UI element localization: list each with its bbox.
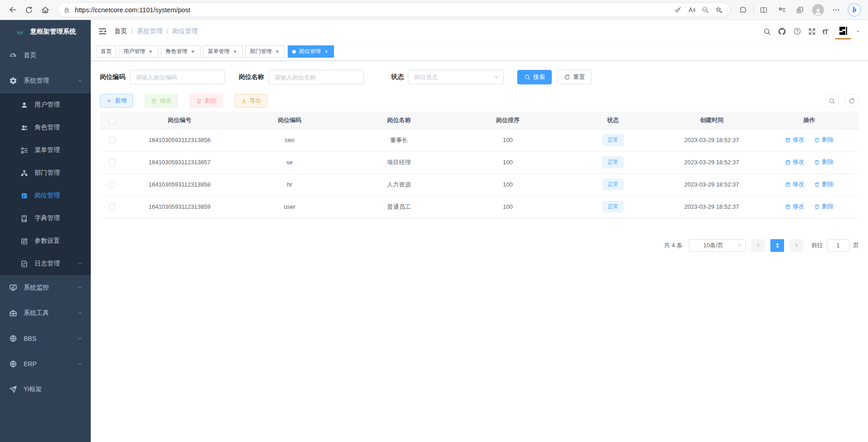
github-icon[interactable] [778, 27, 786, 36]
next-page-button[interactable] [790, 239, 803, 252]
edit-button[interactable]: 修改 [145, 94, 178, 108]
page-content: 岗位编码 岗位名称 状态 岗位状态 [91, 61, 868, 442]
post-name-input[interactable] [269, 70, 364, 84]
prev-page-button[interactable] [751, 239, 765, 252]
row-delete-link[interactable]: 删除 [814, 180, 834, 188]
cell-created: 2023-03-29 18:52:37 [664, 196, 760, 218]
paper-plane-icon [9, 385, 17, 393]
column-header-post-sort: 岗位排序 [454, 112, 562, 129]
sidebar-item-menu-management[interactable]: 菜单管理 [0, 139, 91, 162]
sidebar-item-dictionary-management[interactable]: 字典管理 [0, 207, 91, 230]
caret-down-icon[interactable] [855, 29, 861, 34]
row-checkbox[interactable] [109, 204, 115, 210]
post-name-label: 岗位名称 [239, 73, 264, 81]
post-badge-icon [20, 192, 28, 200]
sidebar-item-user-management[interactable]: 用户管理 [0, 93, 91, 116]
page-size-select[interactable]: 10条/页 [689, 239, 746, 252]
table-header-row: 岗位编号 岗位编码 岗位名称 岗位排序 状态 创建时间 操作 [100, 112, 859, 129]
sidebar-item-department-management[interactable]: 部门管理 [0, 162, 91, 184]
sidebar-item-post-management[interactable]: 岗位管理 [0, 184, 91, 207]
collapse-sidebar-icon[interactable] [98, 27, 107, 36]
add-favorite-star-icon[interactable] [712, 4, 726, 16]
row-edit-link[interactable]: 修改 [785, 202, 804, 211]
sidebar-item-system-monitor[interactable]: 系统监控 [0, 275, 91, 300]
delete-button[interactable]: 删除 [190, 94, 223, 108]
select-all-checkbox[interactable] [109, 118, 115, 124]
browser-toolbar: https://ccnetcore.com:1101/system/post [0, 0, 868, 20]
breadcrumb-system: 系统管理 [137, 27, 162, 35]
header-search-icon[interactable] [763, 28, 771, 35]
row-edit-link[interactable]: 修改 [785, 180, 804, 188]
reset-button[interactable]: 重置 [557, 70, 592, 84]
refresh-table-button[interactable] [844, 93, 859, 108]
show-search-toggle-button[interactable] [824, 93, 839, 108]
tab-menu-management[interactable]: 菜单管理 × [203, 45, 243, 58]
column-header-status: 状态 [562, 112, 664, 129]
post-code-input[interactable] [130, 70, 225, 84]
close-icon[interactable]: × [232, 49, 238, 55]
row-delete-link[interactable]: 删除 [814, 202, 834, 211]
row-edit-link[interactable]: 修改 [785, 136, 804, 144]
sidebar-item-erp[interactable]: ERP [0, 351, 91, 377]
sidebar-item-parameter-settings[interactable]: 参数设置 [0, 230, 91, 252]
cell-created: 2023-03-29 18:52:37 [664, 173, 760, 196]
status-select[interactable]: 岗位状态 [408, 70, 504, 84]
dictionary-icon [20, 214, 28, 222]
sidebar-item-bbs[interactable]: BBS [0, 326, 91, 351]
breadcrumb: 首页 / 系统管理 / 岗位管理 [114, 27, 198, 35]
sidebar-item-role-management[interactable]: 角色管理 [0, 116, 91, 139]
breadcrumb-home[interactable]: 首页 [114, 27, 127, 35]
close-icon[interactable]: × [323, 49, 329, 55]
url-text: https://ccnetcore.com:1101/system/post [75, 6, 671, 14]
password-key-icon[interactable] [671, 4, 685, 16]
export-button[interactable]: 导出 [235, 94, 268, 108]
row-checkbox[interactable] [109, 137, 115, 143]
cell-post-code: hr [235, 173, 344, 196]
user-avatar[interactable] [835, 23, 851, 39]
collections-icon[interactable] [791, 2, 809, 18]
sidebar-item-yi-framework[interactable]: Yi框架 [0, 377, 91, 402]
close-icon[interactable]: × [274, 49, 280, 55]
goto-page-input[interactable] [827, 239, 849, 252]
close-icon[interactable]: × [190, 49, 196, 55]
search-button[interactable]: 搜索 [517, 70, 552, 84]
row-delete-link[interactable]: 删除 [814, 158, 834, 166]
user-icon [20, 101, 28, 109]
cell-post-code: user [235, 196, 344, 218]
tab-department-management[interactable]: 部门管理 × [245, 45, 285, 58]
tab-user-management[interactable]: 用户管理 × [119, 45, 158, 58]
browser-back-button[interactable] [5, 2, 21, 18]
status-select-placeholder: 岗位状态 [414, 73, 438, 81]
row-checkbox[interactable] [109, 159, 115, 166]
sidebar-item-label: 角色管理 [34, 123, 60, 132]
browser-profile-avatar[interactable] [809, 2, 827, 18]
sidebar-item-home[interactable]: 首页 [0, 43, 91, 68]
help-question-icon[interactable] [793, 27, 801, 35]
row-delete-link[interactable]: 删除 [814, 136, 834, 144]
page-number-button[interactable]: 1 [770, 239, 784, 252]
tab-role-management[interactable]: 角色管理 × [161, 45, 201, 58]
address-bar[interactable]: https://ccnetcore.com:1101/system/post [57, 2, 731, 17]
extensions-icon[interactable] [734, 2, 752, 18]
copilot-icon[interactable]: b [845, 2, 863, 18]
tab-home[interactable]: 首页 [96, 45, 116, 58]
sidebar-item-system-management[interactable]: 系统管理 [0, 68, 91, 93]
browser-home-button[interactable] [37, 2, 54, 18]
split-screen-icon[interactable] [755, 2, 773, 18]
tab-post-management[interactable]: 岗位管理 × [288, 45, 334, 58]
zoom-out-icon[interactable] [698, 4, 712, 16]
sidebar-item-log-management[interactable]: 日志管理 [0, 252, 91, 275]
row-checkbox[interactable] [109, 182, 115, 188]
row-edit-link[interactable]: 修改 [785, 158, 804, 166]
close-icon[interactable]: × [147, 49, 154, 55]
read-aloud-icon[interactable] [685, 4, 698, 16]
browser-menu-icon[interactable] [827, 2, 845, 18]
fullscreen-icon[interactable] [808, 28, 816, 35]
status-badge: 正常 [603, 179, 623, 190]
cell-post-name: 项目经理 [344, 151, 454, 173]
sidebar-item-system-tools[interactable]: 系统工具 [0, 300, 91, 326]
favorites-icon[interactable] [773, 2, 791, 18]
font-size-icon[interactable]: tT [823, 28, 828, 35]
browser-refresh-button[interactable] [21, 2, 37, 18]
add-button[interactable]: 新增 [100, 94, 133, 108]
